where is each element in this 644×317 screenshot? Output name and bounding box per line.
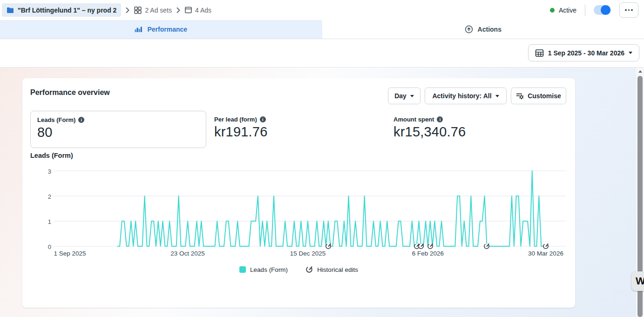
card-title: Performance overview <box>30 88 110 97</box>
historical-edit-marker[interactable] <box>418 243 424 250</box>
status-dot <box>550 8 555 13</box>
y-axis-tick-label: 3 <box>29 168 51 175</box>
date-range-selector[interactable]: 1 Sep 2025 - 30 Mar 2026 <box>528 44 639 61</box>
y-axis-tick-label: 0 <box>29 243 51 250</box>
historical-edit-marker[interactable] <box>325 243 332 250</box>
tab-actions[interactable]: Actions <box>322 20 644 39</box>
metric-leads-value: 80 <box>37 125 199 140</box>
breadcrumb-ads[interactable]: 4 Ads <box>185 7 211 14</box>
date-range-label: 1 Sep 2025 - 30 Mar 2026 <box>548 49 624 57</box>
x-axis-tick-label: 1 Sep 2025 <box>54 250 86 257</box>
x-axis-tick-label: 15 Dec 2025 <box>290 250 326 257</box>
customise-sliders-gear-icon <box>516 92 524 100</box>
divider <box>585 5 585 16</box>
tab-performance[interactable]: Performance <box>0 20 322 39</box>
legend-item-leads: Leads (Form) <box>239 266 288 273</box>
info-icon[interactable]: i <box>260 116 266 122</box>
chart-title: Leads (Form) <box>30 152 73 159</box>
legend-historical-edits-label: Historical edits <box>317 266 358 273</box>
folder-icon <box>7 7 14 13</box>
tab-bar: Performance Actions <box>0 20 644 39</box>
y-axis-tick-label: 2 <box>29 193 51 200</box>
breadcrumb-campaign-label: "Brf Löttingelund 1" – ny prod 2 <box>18 7 116 14</box>
legend-leads-label: Leads (Form) <box>250 266 288 273</box>
metric-card-leads[interactable]: Leads (Form) i 80 <box>30 111 206 148</box>
ellipsis-icon <box>625 9 627 11</box>
breadcrumb-ads-label: 4 Ads <box>195 7 211 14</box>
date-row: 1 Sep 2025 - 30 Mar 2026 <box>0 39 644 67</box>
w-floating-widget[interactable]: W <box>631 271 644 291</box>
status-label: Active <box>559 7 576 14</box>
chevron-right-icon <box>126 7 129 13</box>
info-icon[interactable]: i <box>78 117 84 123</box>
calendar-icon <box>535 49 544 57</box>
metric-per-lead[interactable]: Per lead (form) i kr191.76 <box>214 116 267 140</box>
activity-history-dropdown[interactable]: Activity history: All <box>425 88 507 104</box>
x-axis-tick-label: 6 Feb 2026 <box>412 250 444 257</box>
chevron-right-icon <box>176 7 180 13</box>
leads-line-chart: 01231 Sep 202523 Oct 202515 Dec 20256 Fe… <box>22 168 575 263</box>
teal-swatch-icon <box>239 266 246 273</box>
chevron-down-icon <box>629 52 632 54</box>
metric-leads-label: Leads (Form) <box>37 116 75 123</box>
day-breakdown-dropdown[interactable]: Day <box>388 88 420 104</box>
more-options-button[interactable] <box>619 2 638 18</box>
metric-amount-spent-value: kr15,340.76 <box>393 124 466 140</box>
historical-edit-marker[interactable] <box>483 243 490 250</box>
breadcrumb-campaign[interactable]: "Brf Löttingelund 1" – ny prod 2 <box>2 3 121 17</box>
chart-legend: Leads (Form) Historical edits <box>22 266 575 273</box>
info-icon[interactable]: i <box>437 116 443 122</box>
historical-edit-marker[interactable] <box>542 243 549 250</box>
performance-overview-card: Performance overview Day Activity histor… <box>22 78 575 308</box>
metric-per-lead-label: Per lead (form) <box>214 116 257 123</box>
breadcrumb-ad-sets-label: 2 Ad sets <box>145 7 172 14</box>
top-navigation-bar: "Brf Löttingelund 1" – ny prod 2 2 Ad se… <box>0 0 644 20</box>
w-badge-letter: W <box>636 275 644 287</box>
legend-item-historical-edits: Historical edits <box>305 266 358 273</box>
customise-button[interactable]: Customise <box>511 88 566 104</box>
main-content: Performance overview Day Activity histor… <box>0 67 644 317</box>
chevron-down-icon <box>495 95 499 97</box>
toggle-knob <box>601 5 610 15</box>
ad-sets-grid-icon <box>134 7 142 14</box>
scrollbar-up-arrow[interactable] <box>636 67 644 75</box>
breadcrumb-ad-sets[interactable]: 2 Ad sets <box>134 7 172 14</box>
bar-chart-icon <box>135 26 142 33</box>
pencil-circle-icon <box>305 266 313 273</box>
tab-actions-label: Actions <box>478 26 502 33</box>
metric-per-lead-value: kr191.76 <box>214 124 267 140</box>
circle-up-arrow-icon <box>465 25 473 34</box>
chevron-down-icon <box>410 95 414 97</box>
metric-amount-spent[interactable]: Amount spent i kr15,340.76 <box>393 116 466 140</box>
leads-chart-svg <box>54 168 566 254</box>
tab-performance-label: Performance <box>147 26 187 33</box>
active-toggle[interactable] <box>594 5 611 15</box>
historical-edit-marker[interactable] <box>427 243 434 250</box>
x-axis-tick-label: 30 Mar 2026 <box>528 250 563 257</box>
y-axis-tick-label: 1 <box>29 218 51 225</box>
x-axis-tick-label: 23 Oct 2025 <box>170 250 205 257</box>
metric-amount-spent-label: Amount spent <box>393 116 434 123</box>
ads-frame-icon <box>185 7 192 13</box>
